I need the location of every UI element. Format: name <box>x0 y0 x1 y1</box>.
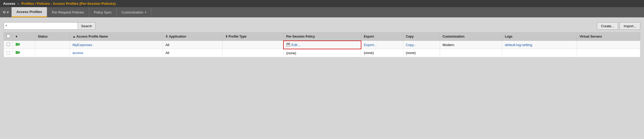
access-profiles-table: ▾ Status ▲ Access Profile Name ⇕ Applica… <box>4 32 640 57</box>
table-row: access All (none) (none) (none) <box>4 49 640 57</box>
row2-profile-type-cell <box>222 49 283 57</box>
th-status: Status <box>35 33 70 41</box>
th-export: Export <box>361 33 403 41</box>
row2-copy-cell: (none) <box>403 49 440 57</box>
row1-edit-container: Edit... <box>286 43 358 47</box>
create-button-label: Create... <box>601 24 614 28</box>
search-input[interactable] <box>4 22 78 30</box>
row1-status-flag <box>16 43 20 46</box>
create-button[interactable]: Create... <box>597 22 618 30</box>
tab-access-profiles-label: Access Profiles <box>16 10 42 14</box>
tab-customization[interactable]: Customization ▾ <box>117 7 151 17</box>
row1-export-link[interactable]: Export... <box>364 43 377 47</box>
row2-status-flag <box>16 51 20 54</box>
row1-profile-type-cell <box>222 41 283 49</box>
row2-customization-cell <box>440 49 502 57</box>
row1-logs-cell: default-log-setting <box>502 41 577 49</box>
row1-export-cell: Export... <box>361 41 403 49</box>
row2-virtual-servers-cell <box>577 49 640 57</box>
row2-name-cell: access <box>70 49 163 57</box>
gear-icon: ⚙ <box>3 10 6 14</box>
row1-copy-link[interactable]: Copy... <box>406 43 416 47</box>
pt-sort-icon: ⇕ <box>225 35 228 38</box>
gear-dropdown-arrow: ▾ <box>7 10 9 14</box>
row1-name-cell: MyExpenses <box>70 41 163 49</box>
tab-policy-sync-label: Policy Sync <box>94 10 112 14</box>
row2-flag-cell <box>13 49 35 57</box>
th-customization: Customization <box>440 33 502 41</box>
row1-status-cell <box>35 41 70 49</box>
search-left: Search <box>4 22 95 30</box>
row2-application-cell: All <box>163 49 222 57</box>
row2-per-session-policy-cell: (none) <box>283 49 361 57</box>
th-profile-type[interactable]: ⇕ Profile Type <box>222 33 283 41</box>
search-right: Create... Import... <box>597 22 640 30</box>
customization-dropdown-arrow: ▾ <box>145 11 146 14</box>
th-per-session-policy: Per-Session Policy <box>283 33 361 41</box>
row1-profile-name-link[interactable]: MyExpenses <box>73 43 92 47</box>
search-button[interactable]: Search <box>78 22 95 30</box>
import-button-label: Import... <box>624 24 636 28</box>
policy-icon <box>286 43 290 47</box>
breadcrumb: Profiles / Policies : Access Profiles (P… <box>21 2 116 6</box>
th-virtual-servers: Virtual Servers <box>577 33 640 41</box>
th-checkbox <box>4 33 13 41</box>
row1-checkbox[interactable] <box>7 43 10 46</box>
row1-customization-cell: Modern <box>440 41 502 49</box>
row-dropdown-icon: ▾ <box>16 35 17 38</box>
row2-status-cell <box>35 49 70 57</box>
row1-logs-link[interactable]: default-log-setting <box>505 43 532 47</box>
th-row-dropdown: ▾ <box>13 33 35 41</box>
table-row: MyExpenses All Edit... Export... Copy...… <box>4 41 640 49</box>
search-button-label: Search <box>81 24 92 28</box>
row2-checkbox-cell <box>4 49 13 57</box>
gear-button[interactable]: ⚙ ▾ <box>0 7 12 17</box>
row2-logs-cell <box>502 49 577 57</box>
row2-profile-name-link[interactable]: access <box>73 51 83 55</box>
breadcrumb-chevrons: » <box>17 2 19 6</box>
row1-flag-cell <box>13 41 35 49</box>
app-label: Access <box>3 2 15 6</box>
th-logs: Logs <box>502 33 577 41</box>
app-sort-icon: ⇕ <box>165 35 168 38</box>
main-content: Search Create... Import... ▾ Status <box>0 17 644 61</box>
tab-bar: ⚙ ▾ Access Profiles Per-Request Policies… <box>0 7 644 17</box>
row1-copy-cell: Copy... <box>403 41 440 49</box>
row1-checkbox-cell <box>4 41 13 49</box>
th-access-profile-name[interactable]: ▲ Access Profile Name <box>70 33 163 41</box>
row1-per-session-policy-cell: Edit... <box>283 41 361 49</box>
import-button[interactable]: Import... <box>620 22 640 30</box>
table-header-row: ▾ Status ▲ Access Profile Name ⇕ Applica… <box>4 33 640 41</box>
top-bar: Access » Profiles / Policies : Access Pr… <box>0 0 644 7</box>
th-copy: Copy <box>403 33 440 41</box>
select-all-checkbox[interactable] <box>7 34 10 38</box>
tab-policy-sync[interactable]: Policy Sync <box>89 7 117 17</box>
row1-application-cell: All <box>163 41 222 49</box>
row2-export-cell: (none) <box>361 49 403 57</box>
row1-virtual-servers-cell <box>577 41 640 49</box>
tab-customization-label: Customization <box>121 10 143 14</box>
tab-per-request-policies[interactable]: Per-Request Policies <box>47 7 89 17</box>
search-row: Search Create... Import... <box>4 22 640 30</box>
tab-access-profiles[interactable]: Access Profiles <box>12 7 47 17</box>
row1-edit-link[interactable]: Edit... <box>291 43 300 47</box>
th-application[interactable]: ⇕ Application <box>163 33 222 41</box>
tab-per-request-policies-label: Per-Request Policies <box>52 10 84 14</box>
sort-asc-icon: ▲ <box>73 35 76 38</box>
row2-checkbox[interactable] <box>7 51 10 55</box>
